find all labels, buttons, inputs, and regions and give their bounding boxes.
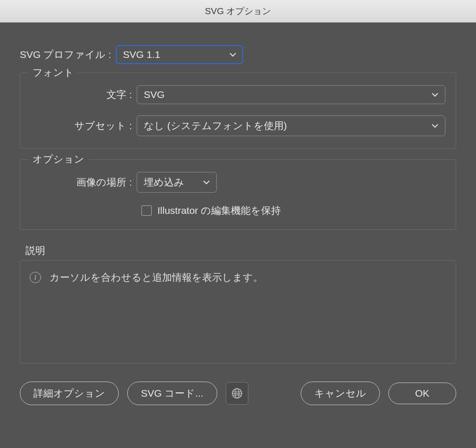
font-type-row: 文字 : SVG bbox=[31, 85, 445, 104]
options-fieldset: オプション 画像の場所 : 埋め込み Illustrator の編集機能を保持 bbox=[20, 159, 456, 230]
font-type-label: 文字 : bbox=[31, 88, 137, 101]
button-row: 詳細オプション SVG コード... キャンセル OK bbox=[20, 382, 456, 405]
dialog-content: SVG プロファイル : SVG 1.1 フォント 文字 : SVG bbox=[0, 23, 476, 448]
globe-icon bbox=[231, 388, 243, 399]
svg-code-button[interactable]: SVG コード... bbox=[127, 382, 217, 405]
preserve-editing-label: Illustrator の編集機能を保持 bbox=[157, 204, 281, 217]
description-label: 説明 bbox=[25, 244, 456, 257]
description-section: 説明 i カーソルを合わせると追加情報を表示します。 bbox=[20, 244, 456, 364]
window-title: SVG オプション bbox=[205, 5, 271, 17]
svg-profile-row: SVG プロファイル : SVG 1.1 bbox=[20, 45, 456, 64]
options-legend: オプション bbox=[29, 153, 88, 166]
cancel-button[interactable]: キャンセル bbox=[301, 382, 380, 405]
font-type-dropdown[interactable]: SVG bbox=[137, 85, 445, 104]
svg-profile-value: SVG 1.1 bbox=[123, 49, 160, 60]
image-location-value: 埋め込み bbox=[144, 176, 184, 189]
more-options-button[interactable]: 詳細オプション bbox=[20, 382, 119, 405]
image-location-dropdown[interactable]: 埋め込み bbox=[137, 172, 217, 193]
font-subset-dropdown[interactable]: なし (システムフォントを使用) bbox=[137, 115, 445, 136]
svg-options-dialog: SVG オプション SVG プロファイル : SVG 1.1 フォント 文字 :… bbox=[0, 0, 476, 448]
font-subset-label: サブセット : bbox=[31, 119, 137, 132]
description-box: i カーソルを合わせると追加情報を表示します。 bbox=[20, 260, 456, 364]
svg-profile-dropdown[interactable]: SVG 1.1 bbox=[116, 45, 243, 64]
chevron-down-icon bbox=[230, 53, 236, 57]
info-icon: i bbox=[30, 272, 41, 283]
image-location-row: 画像の場所 : 埋め込み bbox=[31, 172, 445, 193]
font-subset-value: なし (システムフォントを使用) bbox=[144, 119, 287, 132]
image-location-label: 画像の場所 : bbox=[31, 176, 137, 189]
window-titlebar: SVG オプション bbox=[0, 0, 476, 23]
ok-button[interactable]: OK bbox=[388, 383, 456, 404]
font-legend: フォント bbox=[29, 66, 78, 79]
description-text: カーソルを合わせると追加情報を表示します。 bbox=[49, 271, 263, 284]
web-preview-button[interactable] bbox=[226, 382, 248, 405]
font-fieldset: フォント 文字 : SVG サブセット : なし (システムフォントを使用) bbox=[20, 73, 456, 149]
font-type-value: SVG bbox=[144, 89, 164, 100]
preserve-editing-checkbox[interactable] bbox=[141, 205, 152, 216]
chevron-down-icon bbox=[432, 93, 438, 97]
chevron-down-icon bbox=[203, 180, 210, 185]
font-subset-row: サブセット : なし (システムフォントを使用) bbox=[31, 115, 445, 136]
preserve-editing-row: Illustrator の編集機能を保持 bbox=[141, 204, 445, 217]
svg-profile-label: SVG プロファイル : bbox=[20, 48, 116, 61]
chevron-down-icon bbox=[432, 124, 438, 128]
